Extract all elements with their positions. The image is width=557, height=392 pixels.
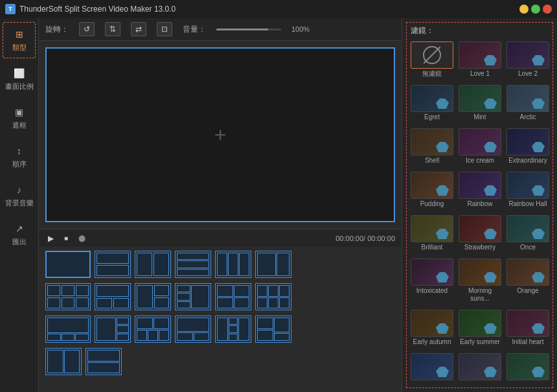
filter-item-initialheart[interactable]: Initial heart <box>505 308 550 349</box>
template-3-3[interactable] <box>135 316 171 343</box>
filter-item-brilliant[interactable]: Brilliant <box>409 214 455 255</box>
template-3-4[interactable] <box>175 316 211 343</box>
filter-item-no-filter[interactable]: 無濾鏡 <box>409 40 455 81</box>
filter-bg-earlyautumn <box>411 310 453 336</box>
filter-item-intoxicated[interactable]: Intoxicated <box>409 257 455 306</box>
playback-bar: 00:00:00/ 00:00:00 <box>39 229 402 247</box>
filter-bg-love2 <box>507 42 549 68</box>
filter-thumb-shell <box>411 128 453 156</box>
filter-thumb-morningsun <box>459 259 501 286</box>
filter-item-extraordinary[interactable]: Extraordinary <box>505 127 550 168</box>
app-title: ThunderSoft Split Screen Video Maker 13.… <box>19 5 519 14</box>
filter-item-shell[interactable]: Shell <box>409 127 455 168</box>
filter-bg-icecream <box>459 129 501 155</box>
record-button[interactable] <box>76 233 87 244</box>
template-3-2[interactable] <box>95 316 131 343</box>
template-1x1[interactable] <box>45 251 91 278</box>
template-3-5[interactable] <box>215 316 251 343</box>
filter-item-once[interactable]: Once <box>505 214 550 255</box>
flip-v-button[interactable]: ⇅ <box>105 22 120 36</box>
filter-section: 濾鏡： 無濾鏡 Love 1 <box>406 22 553 388</box>
preview-area[interactable]: + <box>45 47 395 222</box>
template-misc1[interactable] <box>255 251 291 278</box>
filter-item-rainbowhall[interactable]: Rainbow Hall <box>505 170 550 211</box>
filter-item-extra2[interactable] <box>457 352 503 385</box>
filter-thumb-icecream <box>459 128 501 156</box>
filter-item-mint[interactable]: Mint <box>457 84 503 124</box>
sidebar-item-export[interactable]: ↗ 匯出 <box>3 216 36 253</box>
filter-bg-mint <box>459 86 501 111</box>
crop-button[interactable]: ⊡ <box>157 22 172 36</box>
sidebar-item-order[interactable]: ↕ 順序 <box>3 139 36 175</box>
template-1x3h[interactable] <box>175 251 211 278</box>
time-display: 00:00:00/ 00:00:00 <box>335 235 395 242</box>
template-1x3v[interactable] <box>215 251 251 278</box>
filter-item-earlysummer[interactable]: Early summer <box>457 308 503 349</box>
volume-slider[interactable] <box>216 29 281 30</box>
template-row2-6[interactable] <box>255 283 291 310</box>
aspect-icon: ⬜ <box>13 67 26 80</box>
minimize-button[interactable] <box>519 5 529 14</box>
filter-item-orange[interactable]: Orange <box>505 257 550 306</box>
filter-grid: 無濾鏡 Love 1 Love 2 <box>409 40 550 385</box>
filter-item-strawberry[interactable]: Strawberry <box>457 214 503 255</box>
filter-bg-rainbow <box>459 172 501 198</box>
maximize-button[interactable] <box>531 5 540 14</box>
template-row-4 <box>45 348 395 375</box>
filter-thumb-arctic <box>506 85 549 112</box>
template-1x2h[interactable] <box>95 251 131 278</box>
template-3-6[interactable] <box>255 316 291 343</box>
template-row2-4[interactable] <box>175 283 211 310</box>
filter-item-icecream[interactable]: Ice cream <box>457 127 503 168</box>
type-icon: ⊞ <box>13 28 26 41</box>
sidebar-item-border[interactable]: ▣ 遮框 <box>3 100 36 136</box>
filter-name-shell: Shell <box>425 157 439 165</box>
template-row2-2[interactable] <box>95 283 131 310</box>
sidebar-item-type[interactable]: ⊞ 類型 <box>3 22 36 58</box>
filter-thumb-strawberry <box>459 215 501 242</box>
template-row2-5[interactable] <box>215 283 251 310</box>
filter-bg-orange <box>507 259 549 285</box>
stop-button[interactable] <box>61 233 71 244</box>
filter-bg-extra1 <box>411 354 453 380</box>
filter-thumb-love2 <box>506 41 549 69</box>
filter-item-love2[interactable]: Love 2 <box>505 40 550 81</box>
template-4-1[interactable] <box>45 348 82 375</box>
template-1x2v[interactable] <box>135 251 171 278</box>
close-button[interactable] <box>543 5 552 14</box>
filter-name-earlyautumn: Early autumn <box>413 338 451 346</box>
template-4-2[interactable] <box>85 348 122 375</box>
rotate-ccw-button[interactable]: ↺ <box>79 22 95 36</box>
filter-item-extra3[interactable] <box>505 352 550 385</box>
filter-item-extra1[interactable] <box>409 352 455 385</box>
sidebar-label-type: 類型 <box>12 43 27 52</box>
filter-item-rainbow[interactable]: Rainbow <box>457 170 503 211</box>
filter-name-rainbowhall: Rainbow Hall <box>509 200 547 208</box>
filter-item-love1[interactable]: Love 1 <box>457 40 503 81</box>
top-controls: 旋轉： ↺ ⇅ ⇄ ⊡ 音量： 100% <box>39 18 402 41</box>
filter-item-pudding[interactable]: Pudding <box>409 170 455 211</box>
sidebar-item-music[interactable]: ♪ 背景音樂 <box>3 178 36 214</box>
flip-h-button[interactable]: ⇄ <box>131 22 146 36</box>
filter-thumb-initialheart <box>506 310 549 337</box>
filter-name-extraordinary: Extraordinary <box>508 157 547 165</box>
filter-name-orange: Orange <box>517 287 538 295</box>
filter-bg-egret <box>411 86 453 111</box>
filter-name-morningsun: Morning suns... <box>459 287 501 303</box>
template-row2-3[interactable] <box>135 283 171 310</box>
filter-bg-once <box>507 216 549 242</box>
sidebar-item-aspect[interactable]: ⬜ 畫面比例 <box>3 61 36 97</box>
template-2col-rows[interactable] <box>45 283 91 310</box>
export-icon: ↗ <box>13 222 26 235</box>
filter-name-egret: Egret <box>424 113 440 121</box>
filter-item-arctic[interactable]: Arctic <box>505 84 550 124</box>
filter-name-no-filter: 無濾鏡 <box>422 70 442 78</box>
template-3-1[interactable] <box>45 316 91 343</box>
filter-item-morningsun[interactable]: Morning suns... <box>457 257 503 306</box>
filter-thumb-extra2 <box>459 353 501 380</box>
filter-item-egret[interactable]: Egret <box>409 84 455 124</box>
filter-thumb-rainbowhall <box>506 172 549 199</box>
play-button[interactable] <box>45 233 56 244</box>
filter-item-earlyautumn[interactable]: Early autumn <box>409 308 455 349</box>
filter-thumb-extra1 <box>411 353 453 380</box>
